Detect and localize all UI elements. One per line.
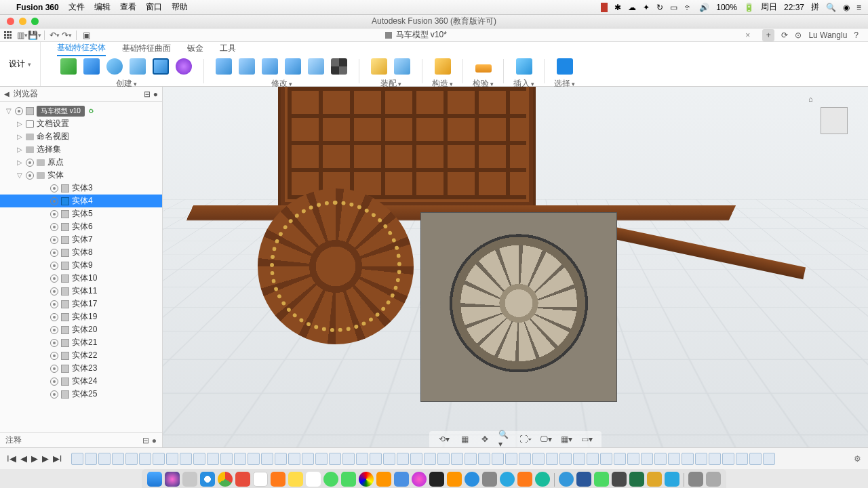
timeline-step[interactable] [153, 453, 165, 465]
dock-app5-icon[interactable] [665, 472, 679, 487]
dock-finder-icon[interactable] [147, 472, 162, 487]
node-bodies[interactable]: ▽实体 [0, 169, 162, 182]
display-settings-button[interactable]: 🖵▾ [539, 433, 553, 445]
dock-notes-icon[interactable] [288, 472, 303, 487]
fillet-button[interactable] [237, 56, 257, 77]
new-component-button[interactable] [369, 56, 389, 77]
dock-pages-icon[interactable] [376, 472, 391, 487]
dock-tv-icon[interactable] [429, 472, 444, 487]
eye-icon[interactable] [50, 184, 58, 192]
node-body[interactable]: 实体21 [0, 336, 162, 349]
document-tab[interactable]: 马车模型 v10* [93, 29, 738, 41]
eye-icon[interactable] [26, 159, 34, 167]
timeline-step[interactable] [532, 453, 545, 465]
dock-wechat-icon[interactable] [594, 472, 609, 487]
dock-messages-icon[interactable] [323, 472, 338, 487]
eye-icon[interactable] [50, 210, 58, 218]
menu-help[interactable]: 帮助 [172, 1, 188, 13]
menu-view[interactable]: 查看 [120, 1, 136, 13]
eye-icon[interactable] [50, 339, 58, 347]
viewcube-face[interactable] [821, 107, 848, 134]
timeline-settings-button[interactable]: ⚙ [854, 454, 861, 464]
node-body[interactable]: 实体19 [0, 310, 162, 323]
menu-edit[interactable]: 编辑 [94, 1, 111, 13]
node-body[interactable]: 实体8 [0, 246, 162, 259]
redo-button[interactable]: ↷▾ [61, 30, 72, 41]
node-doc-settings[interactable]: ▷文档设置 [0, 117, 162, 130]
node-named-views[interactable]: ▷命名视图 [0, 130, 162, 143]
dock-launchpad-icon[interactable] [182, 472, 197, 487]
timeline-next-button[interactable]: ▶ [42, 453, 49, 464]
orbit-button[interactable]: ⟲▾ [437, 433, 451, 445]
menu-window[interactable]: 窗口 [146, 1, 162, 13]
timeline-step[interactable] [220, 453, 233, 465]
dock-app3-icon[interactable] [612, 472, 627, 487]
timeline-step[interactable] [288, 453, 300, 465]
tab-tools[interactable]: 工具 [220, 43, 236, 56]
timeline-last-button[interactable]: ▶I [53, 453, 62, 464]
timeline-step[interactable] [85, 453, 97, 465]
dock-word-icon[interactable] [576, 472, 591, 487]
dock-excel-icon[interactable] [629, 472, 644, 487]
node-body[interactable]: 实体22 [0, 349, 162, 362]
node-body[interactable]: 实体7 [0, 233, 162, 246]
viewport-layout-button[interactable]: ▭▾ [580, 433, 593, 445]
timeline-step[interactable] [437, 453, 450, 465]
browser-options-button[interactable]: ⊟ [144, 89, 151, 99]
eye-icon[interactable] [50, 326, 58, 334]
timeline-step[interactable] [342, 453, 355, 465]
volume-icon[interactable]: 🔊 [699, 3, 709, 12]
time-text[interactable]: 22:37 [784, 3, 804, 12]
timeline-step[interactable] [519, 453, 531, 465]
undo-button[interactable]: ↶▾ [49, 30, 60, 41]
day-text[interactable]: 周日 [761, 1, 777, 13]
notifications-bell-icon[interactable]: ⊙ [795, 30, 802, 40]
new-tab-button[interactable]: + [762, 29, 774, 41]
node-body[interactable]: 实体9 [0, 259, 162, 272]
timeline-step[interactable] [248, 453, 260, 465]
timeline-step[interactable] [736, 453, 748, 465]
timeline-step[interactable] [668, 453, 680, 465]
sweep-button[interactable] [127, 56, 148, 77]
dock-autodesk-icon[interactable] [517, 472, 532, 487]
input-icon[interactable]: 拼 [811, 1, 819, 13]
dock-app4-icon[interactable] [647, 472, 662, 487]
dock-keynote-icon[interactable] [394, 472, 409, 487]
data-panel-button[interactable] [4, 31, 12, 39]
timeline-step[interactable] [505, 453, 517, 465]
eye-icon[interactable] [50, 223, 58, 231]
timeline-step[interactable] [627, 453, 639, 465]
spotlight-icon[interactable]: 🔍 [826, 3, 836, 12]
timeline-step[interactable] [654, 453, 667, 465]
timeline-step[interactable] [397, 453, 409, 465]
app-name[interactable]: Fusion 360 [16, 3, 59, 12]
timeline-step[interactable] [383, 453, 395, 465]
eye-icon[interactable] [50, 236, 58, 244]
split-button[interactable] [306, 56, 326, 77]
dock-calendar-icon[interactable] [253, 472, 268, 487]
timeline-step[interactable] [180, 453, 192, 465]
timeline-step[interactable] [275, 453, 287, 465]
dock-photos-icon[interactable] [359, 472, 374, 487]
timeline-step[interactable] [71, 453, 83, 465]
timeline-step[interactable] [98, 453, 111, 465]
node-body[interactable]: 实体24 [0, 375, 162, 388]
dock-trash-icon[interactable] [706, 472, 721, 487]
eye-icon[interactable] [50, 390, 58, 399]
node-body[interactable]: 实体4 [0, 195, 162, 207]
timeline-step[interactable] [587, 453, 599, 465]
menu-file[interactable]: 文件 [68, 1, 85, 13]
workspace-switcher[interactable]: 设计▾ [0, 42, 41, 86]
timeline-step[interactable] [261, 453, 273, 465]
timeline-prev-button[interactable]: ◀ [20, 453, 27, 464]
dock-books-icon[interactable] [447, 472, 462, 487]
timeline-step[interactable] [641, 453, 653, 465]
timeline-step[interactable] [682, 453, 694, 465]
node-origin[interactable]: ▷原点 [0, 156, 162, 169]
comments-panel-header[interactable]: 注释 ⊟ ● [0, 432, 162, 447]
timeline-step[interactable] [207, 453, 219, 465]
node-body[interactable]: 实体20 [0, 323, 162, 336]
browser-pin-button[interactable]: ● [153, 89, 158, 99]
eye-icon[interactable] [50, 352, 58, 360]
dock-itunes-icon[interactable] [412, 472, 427, 487]
